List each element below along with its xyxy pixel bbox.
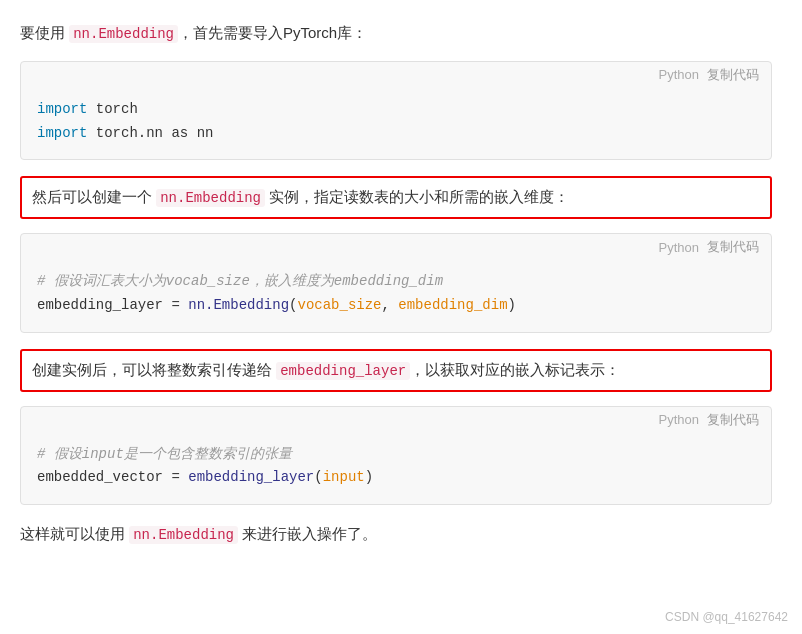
highlighted-sentence-1: 然后可以创建一个 nn.Embedding 实例，指定读数表的大小和所需的嵌入维…	[20, 176, 772, 219]
code-block-3-header: Python 复制代码	[21, 407, 771, 433]
code-line-2-1: embedding_layer = nn.Embedding(vocab_siz…	[37, 294, 755, 318]
footer-code: nn.Embedding	[129, 526, 238, 544]
footer-before: 这样就可以使用	[20, 525, 129, 542]
intro-code: nn.Embedding	[69, 25, 178, 43]
copy-button-2[interactable]: 复制代码	[707, 238, 759, 256]
code-block-1-header: Python 复制代码	[21, 62, 771, 88]
code-line-3-comment: # 假设input是一个包含整数索引的张量	[37, 443, 755, 467]
code-block-3: Python 复制代码 # 假设input是一个包含整数索引的张量 embedd…	[20, 406, 772, 506]
code-line-2-comment: # 假设词汇表大小为vocab_size，嵌入维度为embedding_dim	[37, 270, 755, 294]
footer-after: 来进行嵌入操作了。	[238, 525, 377, 542]
code-block-2: Python 复制代码 # 假设词汇表大小为vocab_size，嵌入维度为em…	[20, 233, 772, 333]
code-block-1-body: import torch import torch.nn as nn	[21, 88, 771, 160]
hl1-before: 然后可以创建一个	[32, 188, 156, 205]
intro-text-after: ，首先需要导入PyTorch库：	[178, 24, 367, 41]
hl2-before: 创建实例后，可以将整数索引传递给	[32, 361, 276, 378]
code-line-1-2: import torch.nn as nn	[37, 122, 755, 146]
copy-button-1[interactable]: 复制代码	[707, 66, 759, 84]
code-block-2-body: # 假设词汇表大小为vocab_size，嵌入维度为embedding_dim …	[21, 260, 771, 332]
hl1-after: 实例，指定读数表的大小和所需的嵌入维度：	[265, 188, 569, 205]
watermark: CSDN @qq_41627642	[665, 610, 788, 624]
page-container: 要使用 nn.Embedding，首先需要导入PyTorch库： Python …	[0, 0, 802, 634]
footer-paragraph: 这样就可以使用 nn.Embedding 来进行嵌入操作了。	[20, 521, 772, 548]
code-lang-3: Python	[659, 412, 699, 427]
code-lang-2: Python	[659, 240, 699, 255]
code-block-2-header: Python 复制代码	[21, 234, 771, 260]
intro-paragraph: 要使用 nn.Embedding，首先需要导入PyTorch库：	[20, 20, 772, 47]
highlighted-sentence-2: 创建实例后，可以将整数索引传递给 embedding_layer，以获取对应的嵌…	[20, 349, 772, 392]
hl2-code: embedding_layer	[276, 362, 410, 380]
hl2-after: ，以获取对应的嵌入标记表示：	[410, 361, 620, 378]
code-block-1: Python 复制代码 import torch import torch.nn…	[20, 61, 772, 161]
code-lang-1: Python	[659, 67, 699, 82]
copy-button-3[interactable]: 复制代码	[707, 411, 759, 429]
code-block-3-body: # 假设input是一个包含整数索引的张量 embedded_vector = …	[21, 433, 771, 505]
code-line-1-1: import torch	[37, 98, 755, 122]
hl1-code: nn.Embedding	[156, 189, 265, 207]
intro-text-before: 要使用	[20, 24, 69, 41]
code-line-3-1: embedded_vector = embedding_layer(input)	[37, 466, 755, 490]
